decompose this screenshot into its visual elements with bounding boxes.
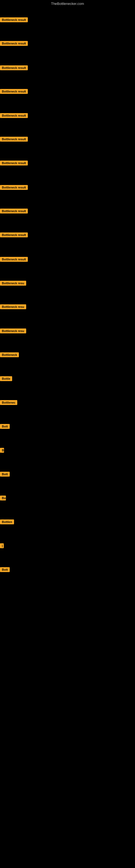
bottleneck-result-badge: Bottleneck result — [0, 65, 28, 70]
bottleneck-result-badge: Bottleneck result — [0, 209, 28, 214]
bottleneck-result-badge: Bottleneck result — [0, 185, 28, 190]
bottleneck-result-badge: Bottleneck result — [0, 137, 28, 142]
bottleneck-result-item: Bottleneck result — [0, 185, 28, 191]
bottleneck-result-badge: Bottleneck resu — [0, 304, 26, 309]
bottleneck-result-badge: Bott — [0, 472, 10, 476]
bottleneck-result-item: Bottleneck — [0, 352, 19, 358]
bottleneck-result-item: Bottleneck result — [0, 65, 28, 71]
bottleneck-result-badge: Bottleneck result — [0, 89, 28, 94]
bottleneck-result-item: Bottle — [0, 376, 12, 382]
bottleneck-result-badge: Bottle — [0, 376, 12, 381]
bottleneck-result-item: Bottleneck result — [0, 137, 28, 143]
bottleneck-result-badge: | — [0, 543, 4, 548]
bottleneck-result-item: Bott — [0, 472, 10, 478]
bottleneck-result-item: Bottleneck result — [0, 161, 28, 166]
bottleneck-result-item: Bott — [0, 424, 10, 430]
bottleneck-result-item: Bottleneck result — [0, 209, 28, 215]
bottleneck-result-badge: Bottleneck resu — [0, 329, 26, 333]
bottleneck-result-item: Bottleneck result — [0, 41, 28, 47]
bottleneck-result-item: Bottlen — [0, 520, 14, 525]
bottleneck-result-item: B — [0, 448, 4, 454]
bottleneck-result-badge: Bottleneck result — [0, 18, 28, 22]
bottleneck-result-badge: B — [0, 448, 4, 453]
bottleneck-result-badge: Bo — [0, 496, 6, 500]
bottleneck-result-badge: Bott — [0, 567, 10, 572]
bottleneck-result-item: Bottleneck result — [0, 89, 28, 95]
bottleneck-result-item: Bottleneck result — [0, 232, 28, 239]
bottleneck-result-item: Bottleneck resu — [0, 281, 26, 287]
bottleneck-result-item: Bott — [0, 567, 10, 573]
bottleneck-result-badge: Bottleneck result — [0, 41, 28, 46]
bottleneck-result-badge: Bottleneck result — [0, 257, 28, 262]
bottleneck-result-badge: Bottleneck resu — [0, 281, 26, 286]
bottleneck-result-badge: Bott — [0, 424, 10, 429]
bottleneck-result-badge: Bottleneck result — [0, 113, 28, 118]
bottleneck-result-badge: Bottleneck result — [0, 161, 28, 165]
bottleneck-result-item: Bottleneck result — [0, 113, 28, 119]
bottleneck-result-badge: Bottlenec — [0, 400, 17, 405]
bottleneck-result-item: Bottleneck resu — [0, 329, 26, 335]
bottleneck-result-badge: Bottlen — [0, 520, 14, 524]
bottleneck-result-item: Bo — [0, 496, 6, 501]
bottleneck-result-item: Bottleneck result — [0, 18, 28, 23]
bottleneck-result-item: Bottleneck resu — [0, 304, 26, 310]
bottleneck-result-badge: Bottleneck — [0, 352, 19, 357]
bottleneck-result-badge: Bottleneck result — [0, 232, 28, 237]
site-title: TheBottlenecker.com — [0, 0, 135, 7]
bottleneck-result-item: | — [0, 543, 4, 549]
bottleneck-result-item: Bottlenec — [0, 400, 17, 406]
bottleneck-result-item: Bottleneck result — [0, 257, 28, 263]
